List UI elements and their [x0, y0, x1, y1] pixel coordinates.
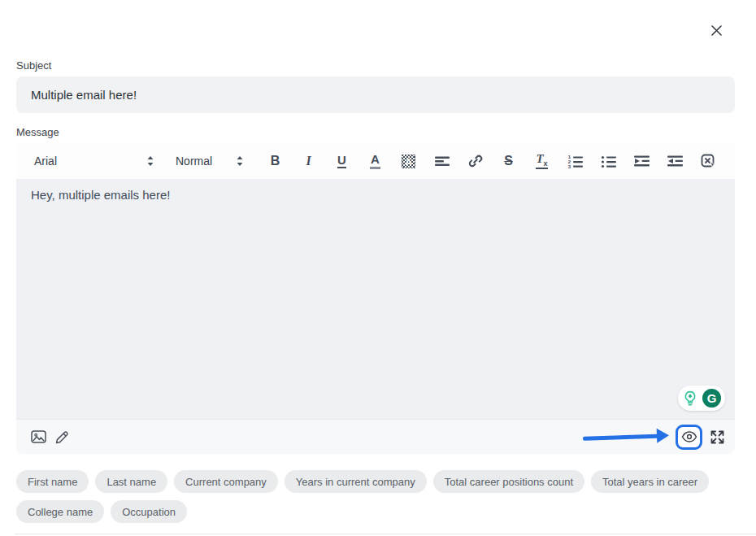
- message-text: Hey, multiple emails here!: [31, 188, 170, 202]
- bottom-divider: [15, 534, 756, 534]
- indent-button[interactable]: [632, 150, 652, 172]
- italic-icon: I: [306, 154, 311, 168]
- text-color-button[interactable]: A: [365, 150, 385, 172]
- link-button[interactable]: [465, 150, 485, 172]
- chip-years-in-current-company[interactable]: Years in current company: [285, 470, 427, 493]
- italic-button[interactable]: I: [298, 150, 319, 172]
- variable-chips: First name Last name Current company Yea…: [16, 470, 740, 523]
- paragraph-style-picker[interactable]: Normal: [176, 150, 244, 172]
- svg-text:A: A: [406, 156, 412, 166]
- message-editor: Arial Normal B I U A: [16, 143, 735, 454]
- svg-text:3: 3: [568, 163, 571, 168]
- close-icon: [710, 24, 723, 37]
- subject-input[interactable]: [16, 76, 735, 113]
- clear-formatting-icon: Tx: [536, 153, 547, 169]
- chip-total-years-in-career[interactable]: Total years in career: [591, 470, 709, 493]
- grammarly-widget: G: [678, 386, 725, 411]
- outdent-button[interactable]: [665, 150, 685, 172]
- edit-pencil-button[interactable]: [52, 426, 73, 447]
- text-color-icon: A: [370, 153, 380, 169]
- bullet-list-button[interactable]: [598, 150, 619, 172]
- font-family-picker[interactable]: Arial: [34, 150, 154, 172]
- chip-total-career-positions-count[interactable]: Total career positions count: [433, 470, 584, 493]
- subject-label: Subject: [16, 59, 51, 72]
- lightbulb-icon: [682, 390, 698, 407]
- chip-last-name[interactable]: Last name: [95, 470, 167, 493]
- clear-formatting-button[interactable]: Tx: [532, 150, 552, 172]
- remove-element-icon: [701, 153, 717, 169]
- bold-button[interactable]: B: [265, 150, 285, 172]
- pencil-icon: [54, 429, 71, 445]
- updown-arrows-icon: [146, 155, 154, 167]
- outdent-icon: [667, 155, 683, 168]
- updown-arrows-icon: [236, 155, 244, 167]
- insert-image-button[interactable]: [28, 426, 49, 447]
- chip-current-company[interactable]: Current company: [174, 470, 278, 493]
- paragraph-style-value: Normal: [176, 155, 212, 168]
- ordered-list-button[interactable]: 1 2 3: [565, 150, 585, 172]
- editor-toolbar: Arial Normal B I U A: [16, 143, 735, 179]
- grammarly-logo-button[interactable]: G: [701, 387, 723, 409]
- annotation-arrow: [583, 428, 670, 446]
- chip-occupation[interactable]: Occupation: [111, 500, 187, 523]
- close-button[interactable]: [707, 21, 725, 39]
- editor-footer: [16, 419, 735, 454]
- align-icon: [435, 155, 450, 168]
- preview-button[interactable]: [676, 425, 702, 450]
- link-icon: [468, 154, 483, 168]
- message-label: Message: [16, 126, 59, 138]
- remove-element-button[interactable]: [698, 150, 719, 172]
- bullet-list-icon: [601, 155, 616, 168]
- eye-icon: [681, 430, 697, 443]
- bold-icon: B: [271, 154, 280, 168]
- font-family-value: Arial: [34, 155, 57, 168]
- underline-button[interactable]: U: [332, 150, 352, 172]
- expand-icon: [710, 429, 725, 445]
- underline-icon: U: [337, 154, 346, 168]
- strikethrough-icon: S: [504, 154, 513, 168]
- align-button[interactable]: [432, 150, 452, 172]
- image-icon: [31, 429, 46, 444]
- chip-first-name[interactable]: First name: [16, 470, 89, 493]
- chip-college-name[interactable]: College name: [16, 500, 104, 523]
- background-color-icon: A: [402, 155, 415, 168]
- background-color-button[interactable]: A: [398, 150, 419, 172]
- strikethrough-button[interactable]: S: [498, 150, 519, 172]
- fullscreen-button[interactable]: [707, 427, 727, 447]
- message-body[interactable]: Hey, multiple emails here! G: [16, 179, 735, 419]
- indent-icon: [634, 155, 650, 168]
- ordered-list-icon: 1 2 3: [567, 155, 583, 168]
- grammarly-suggestion-button[interactable]: [680, 388, 701, 409]
